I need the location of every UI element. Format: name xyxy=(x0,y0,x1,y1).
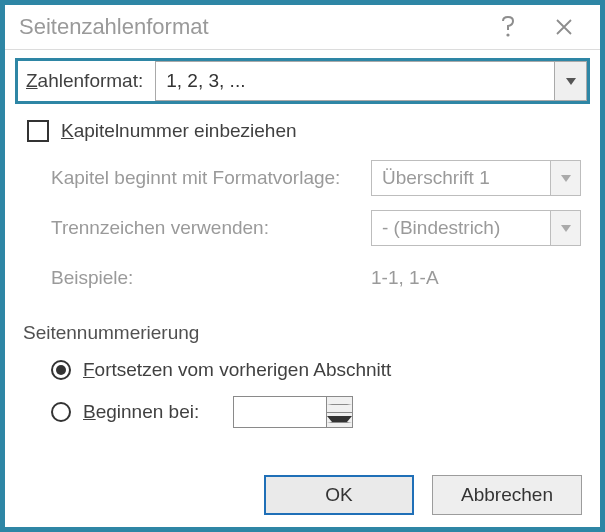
start-at-radio[interactable] xyxy=(51,402,71,422)
chevron-down-icon xyxy=(566,78,576,85)
continue-radio[interactable] xyxy=(51,360,71,380)
arrow-up-icon xyxy=(327,404,352,405)
include-chapter-label: Kapitelnummer einbeziehen xyxy=(61,120,297,142)
dialog-window: Seitenzahlenformat Zahlenformat: 1, 2, 3… xyxy=(0,0,605,532)
chevron-down-icon xyxy=(561,225,571,232)
page-numbering-radio-group: Fortsetzen vom vorherigen Abschnitt Begi… xyxy=(51,356,582,440)
chevron-down-icon xyxy=(561,175,571,182)
radio-dot-icon xyxy=(56,365,66,375)
chapter-options: Kapitel beginnt mit Formatvorlage: Übers… xyxy=(51,160,582,296)
close-icon xyxy=(555,18,573,36)
examples-value: 1-1, 1-A xyxy=(371,260,581,296)
separator-dropdown-button xyxy=(550,211,580,245)
spinner-down-button[interactable] xyxy=(327,413,352,428)
chapter-style-value: Überschrift 1 xyxy=(372,161,550,195)
include-chapter-checkbox[interactable] xyxy=(27,120,49,142)
cancel-button[interactable]: Abbrechen xyxy=(432,475,582,515)
number-format-value: 1, 2, 3, ... xyxy=(156,62,554,100)
start-at-radio-label: Beginnen bei: xyxy=(83,401,199,423)
number-format-row: Zahlenformat: 1, 2, 3, ... xyxy=(15,58,590,104)
number-format-combo[interactable]: 1, 2, 3, ... xyxy=(155,61,587,101)
separator-value: - (Bindestrich) xyxy=(372,211,550,245)
include-chapter-checkbox-row[interactable]: Kapitelnummer einbeziehen xyxy=(27,120,582,142)
dialog-title: Seitenzahlenformat xyxy=(19,14,480,40)
examples-label: Beispiele: xyxy=(51,260,371,296)
titlebar-separator xyxy=(5,49,600,50)
close-button[interactable] xyxy=(536,7,592,47)
chapter-style-dropdown-button xyxy=(550,161,580,195)
page-numbering-section-title: Seitennummerierung xyxy=(23,322,582,344)
start-at-spinner[interactable] xyxy=(233,396,353,428)
ok-button[interactable]: OK xyxy=(264,475,414,515)
number-format-label: Zahlenformat: xyxy=(18,61,155,101)
continue-radio-label: Fortsetzen vom vorherigen Abschnitt xyxy=(83,359,391,381)
help-icon xyxy=(499,15,517,39)
start-at-value[interactable] xyxy=(234,397,326,427)
separator-label: Trennzeichen verwenden: xyxy=(51,210,371,246)
spinner-arrows xyxy=(326,397,352,427)
titlebar: Seitenzahlenformat xyxy=(5,5,600,49)
continue-radio-row[interactable]: Fortsetzen vom vorherigen Abschnitt xyxy=(51,356,582,384)
chapter-style-combo: Überschrift 1 xyxy=(371,160,581,196)
start-at-radio-row[interactable]: Beginnen bei: xyxy=(51,398,582,426)
number-format-dropdown-button[interactable] xyxy=(554,62,586,100)
spinner-up-button[interactable] xyxy=(327,397,352,413)
separator-combo: - (Bindestrich) xyxy=(371,210,581,246)
dialog-buttons: OK Abbrechen xyxy=(5,467,600,527)
svg-point-0 xyxy=(506,33,509,36)
dialog-body: Kapitelnummer einbeziehen Kapitel beginn… xyxy=(5,118,600,467)
arrow-down-icon xyxy=(327,416,352,423)
chapter-style-label: Kapitel beginnt mit Formatvorlage: xyxy=(51,160,371,196)
help-button[interactable] xyxy=(480,7,536,47)
